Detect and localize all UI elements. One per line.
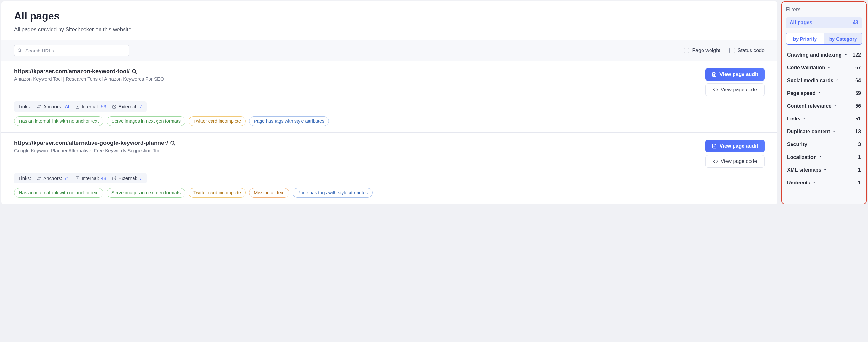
main-header: All pages All pages crawled by Sitecheck… bbox=[1, 1, 777, 40]
search-input[interactable] bbox=[14, 45, 129, 56]
chevron-up-icon: ⌄ bbox=[836, 79, 839, 83]
category-item[interactable]: Links⌄51 bbox=[786, 113, 862, 125]
external-icon bbox=[112, 176, 117, 180]
chevron-up-icon: ⌄ bbox=[844, 53, 847, 57]
issue-tag[interactable]: Missing alt text bbox=[249, 188, 289, 198]
category-count: 1 bbox=[858, 155, 861, 160]
category-count: 122 bbox=[852, 52, 861, 58]
issue-tag[interactable]: Twitter card incomplete bbox=[188, 188, 246, 198]
metric-label: Internal: bbox=[82, 104, 99, 109]
category-label: Localization bbox=[787, 155, 816, 160]
status-code-checkbox[interactable]: Status code bbox=[730, 47, 765, 54]
category-item[interactable]: Content relevance⌄56 bbox=[786, 100, 862, 112]
internal-metric[interactable]: Internal: 53 bbox=[75, 104, 106, 109]
filter-count: 43 bbox=[852, 20, 859, 26]
view-page-audit-button[interactable]: View page audit bbox=[705, 140, 765, 152]
page-info: https://kparser.com/amazon-keyword-tool/… bbox=[14, 68, 164, 81]
view-page-code-button[interactable]: View page code bbox=[705, 83, 765, 96]
category-label: Duplicate content bbox=[787, 129, 830, 135]
metric-value: 53 bbox=[101, 104, 106, 109]
button-label: View page audit bbox=[719, 143, 758, 149]
category-item[interactable]: Localization⌄1 bbox=[786, 151, 862, 163]
issue-tag[interactable]: Has an internal link with no anchor text bbox=[14, 188, 103, 198]
category-item[interactable]: Social media cards⌄64 bbox=[786, 75, 862, 86]
anchors-metric[interactable]: Anchors: 74 bbox=[37, 104, 69, 109]
button-label: View page code bbox=[721, 159, 757, 164]
chevron-up-icon: ⌄ bbox=[824, 168, 827, 172]
category-item[interactable]: Security⌄3 bbox=[786, 139, 862, 150]
category-item[interactable]: Page speed⌄59 bbox=[786, 88, 862, 99]
internal-metric[interactable]: Internal: 48 bbox=[75, 175, 106, 181]
toolbar: Page weight Status code bbox=[1, 40, 777, 61]
toolbar-checks: Page weight Status code bbox=[684, 47, 765, 54]
page-info: https://kparser.com/alternative-google-k… bbox=[14, 140, 176, 153]
category-item[interactable]: Redirects⌄1 bbox=[786, 177, 862, 189]
svg-line-1 bbox=[20, 51, 21, 52]
page-item: https://kparser.com/alternative-google-k… bbox=[1, 133, 777, 204]
chevron-up-icon: ⌄ bbox=[803, 117, 806, 121]
category-item[interactable]: Duplicate content⌄13 bbox=[786, 126, 862, 137]
tags-row: Has an internal link with no anchor text… bbox=[14, 116, 765, 126]
checkbox-icon bbox=[730, 47, 735, 54]
filter-all-pages[interactable]: All pages 43 bbox=[786, 17, 862, 28]
page-url-line: https://kparser.com/amazon-keyword-tool/ bbox=[14, 68, 164, 75]
category-item[interactable]: Code validation⌄67 bbox=[786, 62, 862, 73]
filter-label: All pages bbox=[789, 20, 812, 26]
category-left: Duplicate content⌄ bbox=[787, 129, 835, 135]
page-item: https://kparser.com/amazon-keyword-tool/… bbox=[1, 61, 777, 133]
category-left: XML sitemaps⌄ bbox=[787, 167, 827, 173]
links-bar: Links:Anchors: 74Internal: 53External: 7 bbox=[14, 101, 147, 112]
filters-sidebar: Filters All pages 43 by Priority by Cate… bbox=[781, 1, 867, 204]
svg-point-10 bbox=[170, 141, 174, 144]
category-left: Links⌄ bbox=[787, 116, 806, 122]
category-item[interactable]: Crawling and indexing⌄122 bbox=[786, 49, 862, 61]
metric-label: Internal: bbox=[82, 175, 99, 181]
checkbox-label: Page weight bbox=[692, 47, 720, 54]
svg-point-2 bbox=[132, 69, 136, 73]
issue-tag[interactable]: Page has tags with style attributes bbox=[249, 116, 329, 126]
external-metric[interactable]: External: 7 bbox=[112, 104, 142, 109]
category-label: Content relevance bbox=[787, 103, 832, 109]
links-bar: Links:Anchors: 71Internal: 48External: 7 bbox=[14, 173, 147, 183]
category-item[interactable]: XML sitemaps⌄1 bbox=[786, 164, 862, 176]
anchors-icon bbox=[37, 104, 41, 109]
metric-label: Anchors: bbox=[43, 104, 62, 109]
issue-tag[interactable]: Twitter card incomplete bbox=[188, 116, 246, 126]
metric-label: External: bbox=[118, 104, 137, 109]
anchors-metric[interactable]: Anchors: 71 bbox=[37, 175, 69, 181]
category-left: Code validation⌄ bbox=[787, 65, 831, 71]
category-left: Redirects⌄ bbox=[787, 180, 816, 186]
page-url[interactable]: https://kparser.com/amazon-keyword-tool/ bbox=[14, 68, 130, 75]
page-title: All pages bbox=[14, 10, 765, 22]
links-prefix: Links: bbox=[19, 175, 31, 181]
category-label: XML sitemaps bbox=[787, 167, 821, 173]
view-page-audit-button[interactable]: View page audit bbox=[705, 68, 765, 81]
issue-tag[interactable]: Serve images in next gen formats bbox=[106, 188, 185, 198]
filters-title: Filters bbox=[786, 6, 862, 13]
category-count: 1 bbox=[858, 167, 861, 173]
category-label: Links bbox=[787, 116, 801, 122]
issue-tag[interactable]: Serve images in next gen formats bbox=[106, 116, 185, 126]
svg-line-3 bbox=[135, 72, 137, 74]
search-icon[interactable] bbox=[131, 69, 137, 74]
search-icon[interactable] bbox=[170, 140, 176, 146]
chevron-up-icon: ⌄ bbox=[819, 155, 822, 160]
page-meta-title: Google Keyword Planner Alternative: Free… bbox=[14, 148, 176, 153]
page-url[interactable]: https://kparser.com/alternative-google-k… bbox=[14, 140, 168, 146]
category-list: Crawling and indexing⌄122Code validation… bbox=[786, 49, 862, 189]
by-priority-button[interactable]: by Priority bbox=[786, 33, 824, 44]
view-page-code-button[interactable]: View page code bbox=[705, 155, 765, 168]
by-category-button[interactable]: by Category bbox=[824, 33, 862, 44]
category-label: Page speed bbox=[787, 91, 815, 96]
category-count: 51 bbox=[855, 116, 861, 122]
category-left: Localization⌄ bbox=[787, 155, 822, 160]
document-icon bbox=[712, 72, 717, 77]
code-icon bbox=[713, 87, 718, 92]
internal-icon bbox=[75, 104, 80, 109]
page-url-line: https://kparser.com/alternative-google-k… bbox=[14, 140, 176, 146]
issue-tag[interactable]: Page has tags with style attributes bbox=[292, 188, 373, 198]
search-wrap bbox=[14, 45, 129, 56]
issue-tag[interactable]: Has an internal link with no anchor text bbox=[14, 116, 103, 126]
external-metric[interactable]: External: 7 bbox=[112, 175, 142, 181]
page-weight-checkbox[interactable]: Page weight bbox=[684, 47, 720, 54]
